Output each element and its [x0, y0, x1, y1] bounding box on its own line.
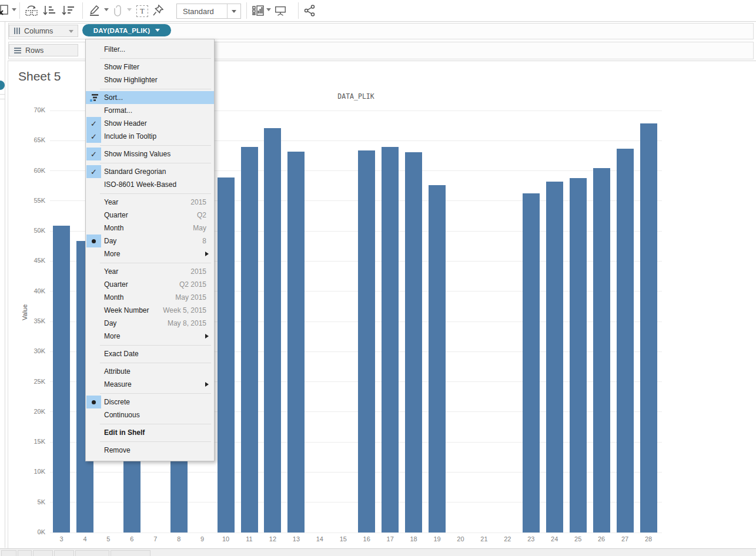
columns-pill-day-data-plik[interactable]: DAY(DATA_PLIK) — [82, 24, 171, 36]
show-me-icon[interactable] — [252, 4, 265, 17]
sort-descending-icon[interactable] — [61, 4, 74, 17]
menu-item-day[interactable]: DayMay 8, 2015 — [86, 317, 214, 330]
x-tick-label[interactable]: 23 — [522, 535, 540, 542]
rows-shelf-label-box[interactable]: Rows — [9, 44, 78, 56]
x-tick-label[interactable]: 20 — [451, 535, 469, 542]
menu-item-show-header[interactable]: ✓Show Header — [86, 117, 214, 130]
bar-day-3[interactable] — [53, 226, 70, 532]
bar-day-18[interactable] — [405, 152, 422, 532]
status-segment[interactable] — [111, 550, 150, 556]
x-tick-label[interactable]: 3 — [53, 535, 71, 542]
x-tick-label[interactable]: 17 — [382, 535, 399, 542]
menu-item-attribute[interactable]: Attribute — [86, 365, 214, 378]
status-segment[interactable] — [75, 550, 109, 556]
pin-icon[interactable] — [152, 4, 165, 17]
menu-item-include-in-tooltip[interactable]: ✓Include in Tooltip — [86, 130, 214, 143]
menu-item-week-number[interactable]: Week NumberWeek 5, 2015 — [86, 304, 214, 317]
fit-selector-caret-icon[interactable] — [227, 4, 240, 18]
menu-item-quarter[interactable]: QuarterQ2 2015 — [86, 278, 214, 291]
menu-item-edit-in-shelf[interactable]: Edit in Shelf — [86, 426, 214, 439]
bar-day-25[interactable] — [570, 178, 587, 532]
bar-day-19[interactable] — [429, 185, 446, 532]
x-tick-label[interactable]: 19 — [429, 535, 446, 542]
menu-item-value: Q2 2015 — [179, 280, 206, 289]
menu-item-label: Show Header — [104, 119, 147, 128]
x-tick-label[interactable]: 4 — [76, 535, 93, 542]
bar-day-28[interactable] — [640, 123, 657, 532]
x-tick-label[interactable]: 15 — [334, 535, 352, 542]
menu-item-exact-date[interactable]: Exact Date — [86, 347, 214, 360]
x-tick-label[interactable]: 5 — [99, 535, 117, 542]
status-segment[interactable] — [33, 550, 53, 556]
fit-selector[interactable]: Standard — [176, 4, 241, 19]
menu-item-year[interactable]: Year2015 — [86, 196, 214, 209]
x-tick-label[interactable]: 16 — [358, 535, 376, 542]
x-tick-label[interactable]: 26 — [593, 535, 610, 542]
x-tick-label[interactable]: 18 — [405, 535, 423, 542]
share-icon[interactable] — [303, 4, 316, 17]
x-tick-label[interactable]: 6 — [123, 535, 141, 542]
x-tick-label[interactable]: 25 — [569, 535, 587, 542]
paperclip-icon[interactable] — [112, 4, 125, 17]
bar-day-23[interactable] — [523, 193, 540, 532]
menu-item-iso-8601-week-based[interactable]: ISO-8601 Week-Based — [86, 178, 214, 191]
menu-item-show-missing-values[interactable]: ✓Show Missing Values — [86, 148, 214, 160]
x-tick-label[interactable]: 28 — [640, 535, 657, 542]
bar-day-17[interactable] — [382, 147, 399, 532]
bar-day-27[interactable] — [617, 149, 634, 532]
status-segment[interactable] — [54, 550, 74, 556]
menu-item-month[interactable]: MonthMay 2015 — [86, 291, 214, 304]
submenu-arrow-icon — [205, 252, 209, 256]
y-tick-label: 45K — [24, 257, 45, 264]
menu-item-more[interactable]: More — [86, 247, 214, 260]
bar-day-10[interactable] — [218, 177, 235, 532]
menu-item-continuous[interactable]: Continuous — [86, 408, 214, 421]
menu-item-format[interactable]: Format... — [86, 104, 214, 117]
x-tick-label[interactable]: 9 — [193, 535, 211, 542]
menu-item-discrete[interactable]: Discrete — [86, 396, 214, 408]
bar-day-12[interactable] — [264, 128, 281, 532]
bar-day-26[interactable] — [593, 168, 610, 532]
bar-day-13[interactable] — [287, 152, 305, 532]
show-me-caret-icon[interactable] — [266, 8, 271, 11]
x-tick-label[interactable]: 12 — [264, 535, 282, 542]
menu-item-standard-gregorian[interactable]: ✓Standard Gregorian — [86, 165, 214, 178]
menu-item-show-filter[interactable]: Show Filter — [86, 61, 214, 73]
x-tick-label[interactable]: 7 — [146, 535, 164, 542]
x-tick-label[interactable]: 24 — [546, 535, 563, 542]
columns-shelf-label-box[interactable]: Columns — [9, 25, 78, 37]
highlight-icon[interactable] — [88, 4, 101, 17]
bar-day-24[interactable] — [546, 182, 563, 532]
menu-item-more[interactable]: More — [86, 330, 214, 343]
menu-item-remove[interactable]: Remove — [86, 444, 214, 457]
clear-sheet-caret-icon[interactable] — [12, 8, 16, 11]
menu-item-day[interactable]: Day8 — [86, 235, 214, 247]
menu-item-sort[interactable]: Sort... — [86, 91, 214, 104]
bar-day-16[interactable] — [358, 150, 375, 532]
menu-item-quarter[interactable]: QuarterQ2 — [86, 209, 214, 222]
x-tick-label[interactable]: 14 — [311, 535, 329, 542]
text-label-icon[interactable]: T — [136, 5, 148, 17]
sort-ascending-icon[interactable] — [42, 4, 55, 17]
swap-rows-columns-icon[interactable] — [25, 4, 38, 17]
presentation-mode-icon[interactable] — [274, 4, 287, 17]
bar-day-11[interactable] — [241, 147, 258, 532]
clear-sheet-icon[interactable] — [0, 4, 9, 17]
columns-shelf-caret-icon[interactable] — [69, 30, 73, 33]
menu-item-month[interactable]: MonthMay — [86, 222, 214, 235]
menu-item-year[interactable]: Year2015 — [86, 265, 214, 278]
x-tick-label[interactable]: 10 — [217, 535, 235, 542]
highlight-caret-icon[interactable] — [104, 8, 109, 11]
x-tick-label[interactable]: 8 — [170, 535, 188, 542]
menu-item-show-highlighter[interactable]: Show Highlighter — [86, 73, 214, 86]
x-tick-label[interactable]: 22 — [499, 535, 516, 542]
status-segment[interactable] — [18, 550, 32, 556]
x-tick-label[interactable]: 21 — [475, 535, 493, 542]
menu-item-filter[interactable]: Filter... — [86, 43, 214, 56]
x-tick-label[interactable]: 27 — [616, 535, 634, 542]
x-tick-label[interactable]: 11 — [240, 535, 258, 542]
menu-item-measure[interactable]: Measure — [86, 378, 214, 391]
x-tick-label[interactable]: 13 — [287, 535, 305, 542]
status-segment[interactable] — [1, 550, 16, 556]
pill-caret-icon[interactable] — [155, 29, 160, 32]
